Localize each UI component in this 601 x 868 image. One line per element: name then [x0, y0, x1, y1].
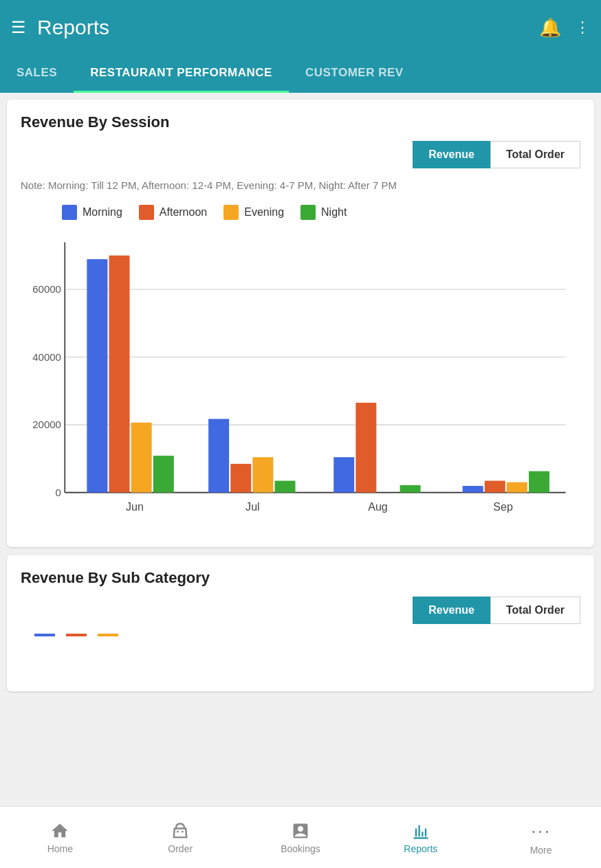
bar-jun-afternoon [109, 255, 130, 492]
nav-bookings-label: Bookings [281, 843, 320, 854]
tab-bar: SALES RESTAURANT PERFORMANCE CUSTOMER RE… [0, 55, 601, 93]
bar-jun-evening [131, 422, 152, 492]
more-icon[interactable]: ⋮ [575, 19, 590, 36]
nav-home[interactable]: Home [0, 807, 120, 868]
bar-jul-afternoon [230, 463, 251, 492]
session-revenue-toggle[interactable]: Revenue [413, 141, 490, 168]
revenue-by-sub-category-card: Revenue By Sub Category Revenue Total Or… [7, 555, 594, 691]
legend-afternoon-label: Afternoon [160, 206, 207, 219]
nav-order-label: Order [168, 843, 193, 854]
legend-night: Night [300, 205, 347, 220]
bookings-icon [291, 821, 310, 841]
svg-text:Aug: Aug [368, 500, 388, 513]
legend-afternoon-color [139, 205, 154, 220]
legend-evening-label: Evening [244, 206, 284, 219]
svg-text:Jul: Jul [245, 500, 260, 513]
reports-icon [411, 821, 430, 841]
legend-morning-color [62, 205, 77, 220]
order-icon [171, 821, 190, 841]
svg-text:60000: 60000 [32, 283, 61, 295]
bar-aug-afternoon [356, 402, 376, 492]
svg-point-14 [177, 830, 179, 832]
session-note: Note: Morning: Till 12 PM, Afternoon: 12… [21, 178, 580, 194]
bar-sep-morning [463, 486, 483, 493]
nav-more[interactable]: ··· More [481, 807, 601, 868]
legend-morning-label: Morning [83, 206, 122, 219]
sub-category-toggle-group: Revenue Total Order [21, 597, 580, 624]
chart-legend: Morning Afternoon Evening Night [21, 205, 580, 220]
nav-bookings[interactable]: Bookings [241, 807, 361, 868]
main-content: Revenue By Session Revenue Total Order N… [0, 93, 601, 706]
more-dots-icon: ··· [531, 820, 551, 842]
bar-jul-night [275, 480, 296, 492]
menu-icon[interactable]: ☰ [11, 18, 26, 37]
nav-more-label: More [530, 845, 552, 856]
bar-aug-morning [334, 457, 354, 492]
svg-text:40000: 40000 [32, 350, 61, 362]
bar-sep-night [529, 471, 549, 492]
sub-cat-total-order-toggle[interactable]: Total Order [490, 597, 580, 624]
tab-sales[interactable]: SALES [0, 55, 74, 93]
app-header: ☰ Reports 🔔 ⋮ [0, 0, 601, 55]
svg-text:Jun: Jun [126, 500, 144, 513]
nav-reports-label: Reports [404, 843, 437, 854]
bottom-navigation: Home Order Bookings Reports ··· More [0, 806, 601, 868]
bar-aug-night [400, 485, 421, 492]
bar-jul-evening [252, 457, 273, 492]
legend-night-label: Night [321, 206, 347, 219]
bar-jul-morning [208, 419, 229, 492]
sub-cat-revenue-toggle[interactable]: Revenue [413, 597, 490, 624]
nav-reports[interactable]: Reports [360, 807, 481, 868]
revenue-by-session-title: Revenue By Session [21, 113, 580, 131]
bell-icon[interactable]: 🔔 [539, 17, 561, 38]
tab-restaurant-performance[interactable]: RESTAURANT PERFORMANCE [74, 55, 289, 93]
svg-text:Sep: Sep [493, 500, 513, 513]
home-icon [50, 821, 69, 841]
svg-point-15 [182, 830, 184, 832]
session-toggle-group: Revenue Total Order [21, 141, 580, 168]
bar-jun-night [153, 456, 174, 493]
legend-morning: Morning [62, 205, 122, 220]
svg-text:0: 0 [56, 487, 61, 498]
tab-customer-rev[interactable]: CUSTOMER REV [289, 55, 420, 93]
legend-evening-color [223, 205, 239, 220]
bar-jun-morning [87, 259, 107, 493]
session-total-order-toggle[interactable]: Total Order [490, 141, 580, 168]
session-chart-svg: 0 20000 40000 60000 Jun [21, 231, 580, 533]
bar-sep-afternoon [485, 480, 505, 492]
nav-order[interactable]: Order [120, 807, 241, 868]
session-chart: 0 20000 40000 60000 Jun [21, 231, 580, 533]
svg-rect-16 [413, 837, 428, 838]
bar-sep-evening [507, 482, 527, 492]
nav-home-label: Home [47, 843, 73, 854]
revenue-by-sub-category-title: Revenue By Sub Category [21, 569, 580, 587]
legend-afternoon: Afternoon [139, 205, 207, 220]
legend-evening: Evening [223, 205, 284, 220]
svg-text:20000: 20000 [32, 419, 61, 430]
revenue-by-session-card: Revenue By Session Revenue Total Order N… [7, 100, 594, 547]
legend-night-color [300, 205, 316, 220]
page-title: Reports [37, 16, 539, 39]
